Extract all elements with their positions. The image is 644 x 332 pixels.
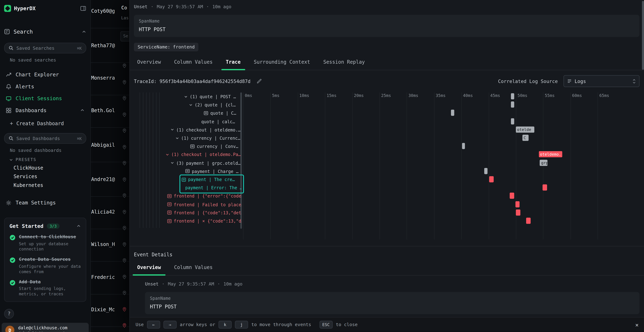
error-trace-bar[interactable]	[516, 201, 520, 207]
right-arrow-key[interactable]: →	[163, 321, 176, 328]
location-pin-icon[interactable]	[122, 193, 127, 198]
get-started-item[interactable]: Connect to ClickHouseSet up your databas…	[10, 234, 81, 252]
trace-bar[interactable]	[511, 102, 514, 108]
error-trace-bar[interactable]	[510, 193, 514, 199]
tab-surrounding-context[interactable]: Surrounding Context	[247, 56, 317, 70]
log-source-select[interactable]: Logs	[564, 75, 640, 87]
session-row[interactable]: Coty60@g	[91, 8, 129, 14]
sidebar-item-dashboards[interactable]: Dashboards	[4, 104, 86, 116]
edit-trace-id-icon[interactable]	[257, 78, 262, 84]
trace-bar[interactable]: grp	[540, 160, 548, 166]
location-pin-icon[interactable]	[122, 258, 127, 263]
event-details-tab-column-values[interactable]: Column Values	[168, 261, 219, 275]
location-pin-icon[interactable]	[122, 79, 127, 85]
saved-searches-placeholder: Saved Searches	[16, 46, 54, 51]
create-dashboard-button[interactable]: + Create Dashboard	[10, 120, 86, 126]
error-trace-bar[interactable]	[516, 209, 520, 215]
chevron-down-icon[interactable]	[170, 161, 174, 165]
session-row[interactable]: Retha77@	[91, 43, 129, 48]
location-pin-icon[interactable]	[122, 225, 127, 231]
scrollbar-thumb[interactable]	[642, 1, 644, 70]
trace-bar[interactable]	[511, 118, 514, 124]
trace-row[interactable]: (3)payment | grpc.oteld…grp	[134, 159, 639, 167]
trace-row[interactable]: (1)quote | POST …	[134, 92, 639, 101]
location-pin-icon[interactable]	[122, 144, 127, 150]
trace-bar[interactable]	[484, 168, 488, 174]
tab-trace[interactable]: Trace	[219, 56, 247, 70]
error-event-icon[interactable]	[122, 322, 127, 328]
trace-bar[interactable]: otelde	[516, 126, 534, 132]
error-trace-bar[interactable]: oteldemo.	[539, 151, 562, 158]
help-button[interactable]: ?	[4, 309, 14, 319]
esc-key[interactable]: ESC	[319, 321, 332, 328]
trace-row[interactable]: quote | C…	[134, 109, 639, 117]
trace-bar[interactable]	[451, 110, 454, 116]
saved-searches-input[interactable]: Saved Searches ⌘K	[4, 43, 86, 54]
trace-row[interactable]: payment | Error: The …	[134, 184, 639, 192]
trace-row[interactable]: frontend | {"code":13,"det…	[134, 208, 639, 217]
trace-row-text: checkout | oteldemo.Pa…	[181, 152, 241, 157]
preset-clickhouse[interactable]: ClickHouse	[14, 165, 86, 174]
left-arrow-key[interactable]: ←	[147, 321, 160, 328]
location-pin-icon[interactable]	[122, 128, 127, 134]
location-pin-icon[interactable]	[122, 63, 127, 68]
sidebar-item-alerts[interactable]: Alerts	[4, 80, 86, 92]
trace-bar[interactable]	[511, 93, 514, 99]
sidebar-item-chart-explorer[interactable]: Chart Explorer	[4, 68, 86, 80]
trace-row[interactable]: (2)quote | {cl…	[134, 101, 639, 109]
get-started-item[interactable]: Create Data SourcesConfigure where your …	[10, 256, 81, 274]
preset-services[interactable]: Services	[14, 174, 86, 182]
location-pin-icon[interactable]	[122, 176, 127, 182]
error-trace-bar[interactable]	[489, 176, 494, 182]
location-pin-icon[interactable]	[122, 241, 127, 247]
trace-row[interactable]: (1)checkout | oteldemo.…otelde	[134, 126, 639, 134]
location-pin-icon[interactable]	[122, 290, 127, 296]
trace-row[interactable]: payment | The cre…	[134, 175, 639, 184]
user-menu[interactable]: D dale@clickhouse.com dale@clickhouse.co…	[2, 323, 89, 332]
saved-dashboards-input[interactable]: Saved Dashboards ⌘K	[4, 133, 86, 144]
presets-toggle[interactable]: PRESETS	[9, 157, 86, 162]
location-pin-icon[interactable]	[122, 112, 127, 117]
chevron-down-icon[interactable]	[170, 128, 174, 132]
collapse-sidebar-icon[interactable]	[80, 5, 86, 11]
location-pin-icon[interactable]	[122, 95, 127, 101]
trace-row[interactable]: frontend | {"error":{"code…	[134, 192, 639, 200]
trace-row[interactable]: quote | calc…	[134, 117, 639, 126]
trace-id-value: 956f3b4a44b03aa4daf946242554d87d	[160, 78, 250, 84]
trace-row[interactable]: payment | Charge …	[134, 167, 639, 175]
sidebar-nav: Chart ExplorerAlertsClient SessionsDashb…	[4, 68, 86, 116]
separator-dot: ·	[162, 282, 164, 287]
sidebar-item-client-sessions[interactable]: Client Sessions	[4, 92, 86, 104]
tab-overview[interactable]: Overview	[130, 56, 168, 70]
trace-row[interactable]: frontend | Failed to place…	[134, 200, 639, 208]
j-key[interactable]: j	[235, 321, 248, 328]
error-event-icon[interactable]	[122, 306, 127, 312]
close-icon[interactable]: ×	[635, 322, 639, 328]
error-trace-bar[interactable]	[526, 218, 530, 224]
tab-session-replay[interactable]: Session Replay	[317, 56, 371, 70]
preset-kubernetes[interactable]: Kubernetes	[14, 182, 86, 191]
trace-bar[interactable]: C	[522, 135, 528, 141]
location-pin-icon[interactable]	[122, 274, 127, 280]
chevron-down-icon[interactable]	[184, 95, 188, 98]
service-name-tag[interactable]: ServiceName: frontend	[134, 43, 198, 51]
search-section-header[interactable]: Search	[4, 27, 86, 36]
get-started-header[interactable]: Get Started 3/3	[10, 223, 81, 229]
trace-bar[interactable]	[462, 143, 465, 149]
k-key[interactable]: k	[218, 321, 232, 328]
team-settings-link[interactable]: Team Settings	[4, 197, 86, 209]
trace-row[interactable]: currency | Conv…	[134, 142, 639, 150]
event-details-tab-overview[interactable]: Overview	[130, 261, 168, 275]
trace-row[interactable]: frontend | × {"code":13,"d…	[134, 217, 639, 225]
location-pin-icon[interactable]	[122, 209, 127, 214]
tab-column-values[interactable]: Column Values	[168, 56, 219, 70]
gear-icon	[6, 200, 12, 206]
trace-row[interactable]: (1)checkout | oteldemo.Pa…oteldemo.	[134, 150, 639, 159]
chevron-down-icon[interactable]	[166, 153, 169, 156]
chevron-down-icon[interactable]	[175, 136, 179, 140]
error-trace-bar[interactable]	[542, 184, 547, 190]
location-pin-icon[interactable]	[122, 160, 127, 166]
trace-row[interactable]: (1)currency | Currenc…C	[134, 134, 639, 142]
chevron-down-icon[interactable]	[189, 103, 193, 107]
get-started-item[interactable]: Add DataStart sending logs, metrics, or …	[10, 279, 81, 296]
